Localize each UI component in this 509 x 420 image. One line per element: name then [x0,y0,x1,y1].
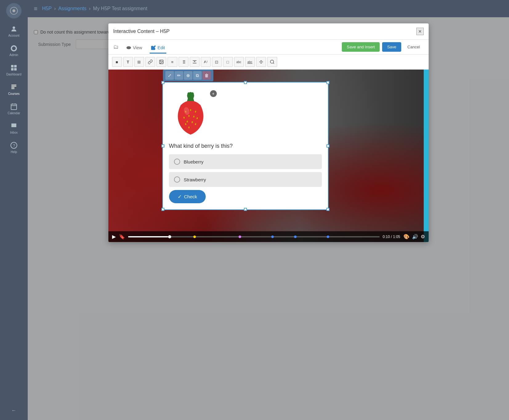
toolbar-image-btn[interactable] [156,57,166,67]
tab-edit[interactable]: Edit [150,43,166,54]
video-controls: ▶ 🔖 0 [108,231,429,242]
option-strawberry-label: Strawberry [184,177,206,182]
tab-view[interactable]: View [125,43,143,54]
marker-5 [327,236,329,238]
toolbar-abc-underline-btn[interactable]: abc [245,57,255,67]
toolbar-table-btn[interactable]: ⊞ [134,57,144,67]
handle-bottom-left[interactable] [161,208,164,211]
toolbar-embed-btn[interactable]: ⊡ [212,57,222,67]
svg-point-16 [160,61,161,62]
handle-bottom-right[interactable] [326,208,329,211]
handle-middle-left[interactable] [161,144,164,147]
svg-rect-4 [14,65,17,67]
modal: Interactive Content – H5P ✕ 🗂 View Edit [108,23,429,242]
quiz-option-blueberry[interactable]: Blueberry [169,154,322,169]
toolbar-abc-btn[interactable]: abc [234,57,244,67]
sidebar-item-account[interactable]: Account [0,22,28,41]
toolbar-minus-btn[interactable]: ■ [112,57,122,67]
bookmark-button[interactable]: 🔖 [119,234,125,240]
volume-button[interactable]: 🔊 [412,234,418,240]
svg-rect-7 [11,104,17,110]
editor-toolbar: ■ T ⊞ ≡ ✗/ [108,55,429,70]
modal-title: Interactive Content – H5P [113,29,170,34]
video-right-controls: 🎨 🔊 ⚙ [403,234,425,240]
svg-point-2 [13,26,15,29]
svg-point-39 [187,120,188,122]
breadcrumb-sep-1: › [54,6,56,11]
close-icon: ✕ [418,29,422,34]
toolbar-code-btn[interactable]: ✗/ [201,57,211,67]
video-time: 0:10 / 1:05 [383,235,400,239]
breadcrumb-sep-2: › [89,6,91,11]
modal-header: Interactive Content – H5P ✕ [108,23,429,40]
radio-strawberry[interactable] [174,176,180,183]
menu-icon[interactable]: ≡ [34,5,38,12]
sidebar-bottom: ← [11,404,16,417]
modal-close-button[interactable]: ✕ [416,28,424,35]
topbar: ≡ H5P › Assignments › My H5P Test assign… [28,0,509,17]
content-box[interactable]: ⤢ ✏ ⊕ ⧉ 🗑 [162,82,329,210]
progress-bar[interactable] [128,236,380,237]
toolbar-list-btn[interactable]: ≡ [168,57,177,67]
radio-blueberry[interactable] [174,159,180,165]
toolbar-link-btn[interactable] [145,57,155,67]
float-delete-btn[interactable]: 🗑 [202,71,211,80]
sidebar-item-dashboard[interactable]: Dashboard [0,60,28,80]
float-edit-btn[interactable]: ✏ [175,71,183,80]
plus-badge[interactable]: + [210,90,217,97]
sidebar-collapse-button[interactable]: ← [11,404,16,417]
tab-view-label: View [133,45,142,50]
toolbar-strikethrough-btn[interactable] [256,57,266,67]
toolbar-text-btn[interactable]: T [123,57,133,67]
settings-button[interactable]: ⚙ [421,234,425,240]
sidebar-item-help[interactable]: ? Help [0,138,28,157]
svg-point-26 [270,60,274,63]
handle-bottom-middle[interactable] [244,208,247,211]
play-button[interactable]: ▶ [112,234,116,240]
sidebar-item-calendar[interactable]: Calendar [0,99,28,119]
option-blueberry-label: Blueberry [184,159,204,164]
palette-button[interactable]: 🎨 [403,234,410,240]
check-icon: ✓ [178,194,182,200]
sidebar-item-courses[interactable]: Courses [0,80,28,99]
breadcrumb-h5p[interactable]: H5P [42,6,52,11]
quiz-option-strawberry[interactable]: Strawberry [169,172,322,187]
handle-top-right[interactable] [326,81,329,84]
sidebar-item-inbox[interactable]: Inbox [0,119,28,138]
save-insert-button[interactable]: Save and Insert [342,42,380,52]
handle-top-left[interactable] [161,81,164,84]
main-area: ≡ H5P › Assignments › My H5P Test assign… [28,0,509,420]
svg-point-14 [128,47,129,48]
float-copy-btn[interactable]: ⧉ [193,71,202,80]
progress-fill [128,236,168,237]
handle-middle-right[interactable] [326,144,329,147]
modal-overlay: Interactive Content – H5P ✕ 🗂 View Edit [28,17,509,420]
toolbar-search-btn[interactable] [267,57,277,67]
float-expand-btn[interactable]: ⤢ [165,71,174,80]
cancel-button[interactable]: Cancel [404,42,423,52]
strawberry-svg [169,89,212,138]
editor-canvas: ⤢ ✏ ⊕ ⧉ 🗑 [108,70,429,242]
toolbar-media-btn[interactable]: □ [223,57,233,67]
strawberry-image: + [169,89,218,138]
cyan-sidebar-bar [424,70,429,242]
sidebar-dashboard-label: Dashboard [6,73,22,76]
folder-icon[interactable]: 🗂 [113,44,119,53]
sidebar-item-admin[interactable]: Admin [0,41,28,60]
check-button[interactable]: ✓ Check [169,190,206,203]
handle-top-middle[interactable] [244,81,247,84]
svg-rect-5 [11,68,14,71]
sidebar-admin-label: Admin [10,53,18,57]
progress-thumb[interactable] [168,235,171,238]
tab-edit-label: Edit [158,45,165,50]
svg-point-1 [12,9,15,12]
toolbar-ordered-list-btn[interactable] [179,57,188,67]
edit-icon [151,45,156,50]
svg-rect-6 [14,68,17,71]
svg-point-42 [188,127,189,128]
breadcrumb-assignments[interactable]: Assignments [58,6,87,11]
toolbar-indent-btn[interactable] [190,57,200,67]
save-button[interactable]: Save [382,42,401,52]
marker-4 [294,236,297,238]
float-add-btn[interactable]: ⊕ [184,71,192,80]
